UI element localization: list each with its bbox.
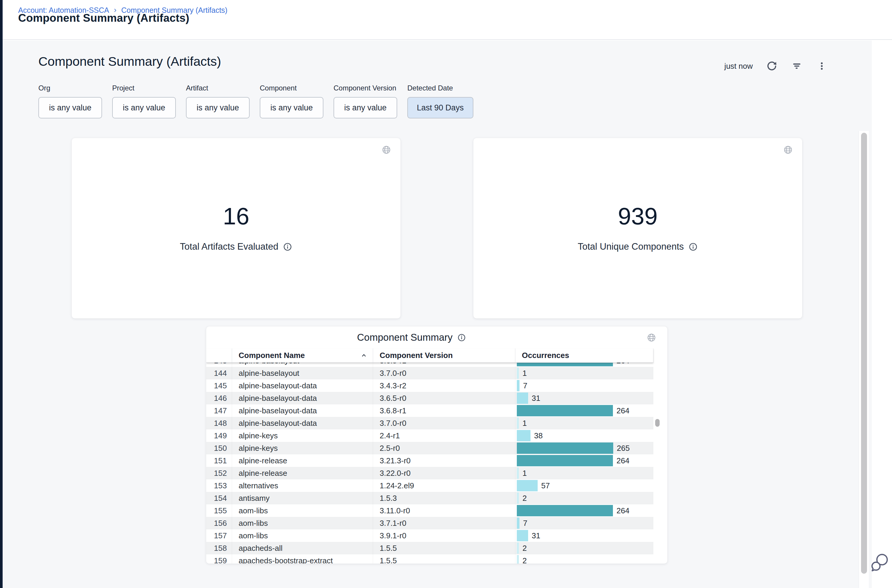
- table-row: 150alpine-keys2.5-r0265: [206, 442, 654, 454]
- row-index: 154: [206, 492, 232, 504]
- filter-value-button[interactable]: is any value: [186, 97, 250, 118]
- cell-component-version: 1.24-2.el9: [373, 479, 515, 492]
- table-rows: 143alpine-baselayout3.6.8-r1264144alpine…: [206, 363, 654, 564]
- filter-value-button[interactable]: is any value: [334, 97, 397, 118]
- cell-component-version: 3.7.0-r0: [373, 417, 515, 429]
- table-row: 144alpine-baselayout3.7.0-r01: [206, 367, 654, 380]
- refresh-button[interactable]: [766, 60, 778, 72]
- info-icon[interactable]: [283, 242, 292, 252]
- filter-label: Org: [38, 84, 102, 92]
- page-scrollbar-thumb[interactable]: [861, 133, 867, 574]
- row-index: 158: [206, 542, 232, 554]
- sort-ascending-icon: [360, 352, 367, 359]
- more-options-button[interactable]: [816, 60, 828, 72]
- cell-component-version: 3.7.1-r0: [373, 517, 515, 530]
- occurrence-value: 264: [616, 404, 629, 417]
- row-index: 155: [206, 504, 232, 517]
- row-index: 147: [206, 404, 232, 417]
- occurrence-bar: [517, 380, 520, 391]
- row-index: 151: [206, 454, 232, 467]
- filter-value-button[interactable]: is any value: [38, 97, 102, 118]
- cell-component-name: alpine-keys: [232, 442, 373, 454]
- filter-group: Detected DateLast 90 Days: [407, 84, 474, 118]
- occurrence-value: 1: [522, 417, 527, 429]
- dashboard-actions: just now: [724, 60, 828, 72]
- table-row: 143alpine-baselayout3.6.8-r1264: [206, 363, 654, 367]
- cell-occurrences: 2: [515, 554, 654, 564]
- row-index: 143: [206, 363, 232, 367]
- page-scrollbar[interactable]: [859, 131, 869, 588]
- occurrence-bar: [517, 430, 531, 441]
- cell-component-name: apacheds-all: [232, 542, 373, 554]
- cell-component-name: alpine-release: [232, 467, 373, 479]
- cell-component-name: alpine-baselayout: [232, 363, 373, 367]
- cell-component-version: 1.5.5: [373, 554, 515, 564]
- filter-label: Detected Date: [407, 84, 474, 92]
- filter-value-button[interactable]: is any value: [260, 97, 324, 118]
- row-index: 146: [206, 392, 232, 404]
- filter-group: Component Versionis any value: [334, 84, 397, 118]
- cell-component-version: 1.5.5: [373, 542, 515, 554]
- cell-occurrences: 38: [515, 429, 654, 442]
- table-scrollbar-thumb[interactable]: [655, 419, 660, 427]
- occurrence-value: 31: [532, 392, 540, 404]
- table-viewport: 143alpine-baselayout3.6.8-r1264144alpine…: [206, 363, 654, 564]
- filter-label: Component Version: [334, 84, 397, 92]
- occurrence-bar: [517, 363, 613, 366]
- cell-component-version: 3.11.0-r0: [373, 504, 515, 517]
- column-header-occurrences[interactable]: Occurrences: [515, 348, 654, 363]
- table-row: 149alpine-keys2.4-r138: [206, 429, 654, 442]
- occurrence-bar: [517, 393, 528, 404]
- filter-value-button[interactable]: Last 90 Days: [407, 97, 474, 118]
- occurrence-bar: [517, 543, 519, 554]
- cell-occurrences: 265: [515, 442, 654, 454]
- globe-icon: [783, 145, 793, 154]
- cell-occurrences: 57: [515, 479, 654, 492]
- info-icon[interactable]: [457, 333, 466, 342]
- stat-label: Total Unique Components: [578, 242, 684, 252]
- occurrence-value: 1: [522, 467, 527, 479]
- page-header: Account: Automation-SSCA › Component Sum…: [3, 0, 892, 40]
- cell-component-name: alpine-keys: [232, 429, 373, 442]
- row-index: 159: [206, 554, 232, 564]
- cell-component-name: antisamy: [232, 492, 373, 504]
- occurrence-bar: [517, 405, 613, 416]
- filter-group: Projectis any value: [112, 84, 176, 118]
- occurrence-value: 38: [534, 429, 543, 442]
- cell-component-name: alpine-baselayout-data: [232, 392, 373, 404]
- cell-occurrences: 7: [515, 517, 654, 530]
- table-row: 159apacheds-bootstrap-extract1.5.52: [206, 554, 654, 564]
- refresh-icon: [766, 61, 777, 71]
- cell-occurrences: 2: [515, 492, 654, 504]
- row-index: 156: [206, 517, 232, 530]
- cell-component-version: 3.22.0-r0: [373, 467, 515, 479]
- table-title: Component Summary: [357, 332, 453, 343]
- cell-occurrences: 31: [515, 392, 654, 404]
- cell-occurrences: 264: [515, 504, 654, 517]
- cell-component-name: aom-libs: [232, 530, 373, 542]
- column-header-label: Component Version: [380, 351, 453, 360]
- cell-occurrences: 264: [515, 404, 654, 417]
- column-header-component-version[interactable]: Component Version: [373, 348, 515, 363]
- row-index: 145: [206, 380, 232, 392]
- occurrence-value: 264: [616, 504, 629, 517]
- cell-component-version: 1.5.3: [373, 492, 515, 504]
- cell-component-name: aom-libs: [232, 504, 373, 517]
- column-header-index: [206, 348, 232, 363]
- column-header-component-name[interactable]: Component Name: [232, 348, 373, 363]
- occurrence-value: 264: [616, 454, 629, 467]
- filter-value-button[interactable]: is any value: [112, 97, 176, 118]
- collapsed-sidebar-strip[interactable]: [0, 0, 3, 588]
- stat-label: Total Artifacts Evaluated: [180, 242, 279, 252]
- occurrence-bar: [517, 518, 520, 529]
- occurrence-bar: [517, 530, 528, 541]
- chat-support-icon[interactable]: [868, 550, 890, 573]
- dashboard-filters-button[interactable]: [791, 60, 803, 72]
- occurrence-bar: [517, 480, 538, 491]
- table-row: 152alpine-release3.22.0-r01: [206, 467, 654, 479]
- cell-component-version: 3.7.0-r0: [373, 367, 515, 380]
- cell-occurrences: 264: [515, 454, 654, 467]
- cell-component-version: 3.6.5-r0: [373, 392, 515, 404]
- info-icon[interactable]: [688, 242, 698, 252]
- column-header-label: Occurrences: [522, 351, 569, 360]
